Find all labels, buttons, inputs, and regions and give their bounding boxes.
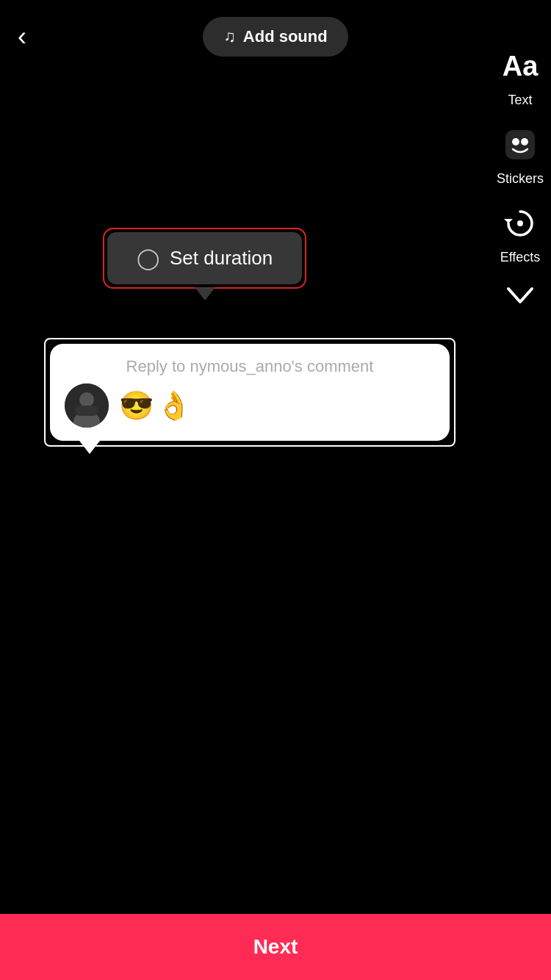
comment-reply-text: Reply to nymous_anno's comment [65, 357, 435, 376]
svg-rect-0 [505, 130, 535, 159]
back-button[interactable]: ‹ [18, 24, 26, 50]
stickers-label: Stickers [497, 171, 544, 187]
comment-bubble: Reply to nymous_anno's comment 😎👌 [50, 344, 450, 441]
top-bar: ‹ ♫ Add sound [0, 0, 551, 73]
comment-content: 😎👌 [65, 383, 435, 428]
svg-point-1 [512, 138, 519, 145]
svg-marker-3 [504, 219, 513, 223]
comment-emojis: 😎👌 [119, 389, 194, 422]
next-button[interactable]: Next [0, 914, 551, 980]
set-duration-button[interactable]: ◯ Set duration [107, 232, 302, 284]
set-duration-label: Set duration [170, 247, 273, 270]
chevron-down-button[interactable] [504, 283, 536, 311]
text-label: Text [508, 93, 532, 108]
add-sound-label: Add sound [243, 27, 328, 46]
effects-label: Effects [500, 250, 541, 265]
stickers-icon [498, 123, 542, 167]
clock-icon: ◯ [137, 248, 159, 269]
text-icon: Aa [498, 44, 542, 88]
svg-point-2 [521, 138, 528, 145]
next-label: Next [253, 935, 298, 959]
svg-rect-8 [75, 406, 98, 416]
toolbar-item-effects[interactable]: Effects [498, 201, 542, 265]
set-duration-highlight: ◯ Set duration [103, 228, 306, 289]
svg-point-4 [517, 220, 523, 226]
set-duration-container: ◯ Set duration [103, 228, 306, 300]
effects-icon [498, 201, 542, 245]
add-sound-button[interactable]: ♫ Add sound [203, 17, 347, 57]
comment-outer-border: Reply to nymous_anno's comment 😎👌 [44, 338, 455, 447]
tooltip-arrow [195, 287, 215, 300]
right-toolbar: Aa Text Stickers Effects [497, 44, 544, 311]
toolbar-item-text[interactable]: Aa Text [498, 44, 542, 108]
music-icon: ♫ [223, 27, 236, 46]
avatar [65, 383, 109, 428]
svg-point-6 [79, 392, 94, 407]
avatar-image [65, 383, 109, 428]
toolbar-item-stickers[interactable]: Stickers [497, 123, 544, 187]
